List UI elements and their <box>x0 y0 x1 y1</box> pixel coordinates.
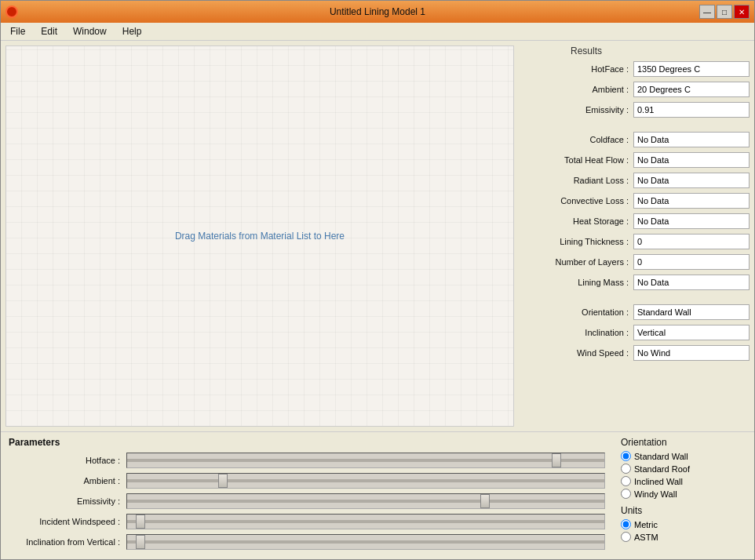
ambient-slider[interactable] <box>126 473 605 489</box>
label-hotface: HotFace : <box>523 64 633 74</box>
orientation-panel: Orientation Standard Wall Standard Roof … <box>621 437 746 555</box>
result-row-coldface: Coldface : No Data <box>523 132 750 147</box>
inclination-slider[interactable] <box>126 534 605 550</box>
window-title: Untitled Lining Model 1 <box>1 6 754 17</box>
radio-standard-roof[interactable]: Standard Roof <box>621 464 746 474</box>
value-radiant: No Data <box>633 173 750 188</box>
radio-standard-wall-input[interactable] <box>621 451 631 461</box>
emissivity-slider[interactable] <box>126 493 605 509</box>
param-label-inclination: Inclination from Vertical : <box>9 537 126 547</box>
value-totalheat: No Data <box>633 152 750 168</box>
label-ambient: Ambient : <box>523 85 633 94</box>
param-ambient: Ambient : <box>9 473 605 489</box>
param-inclination: Inclination from Vertical : <box>9 534 605 550</box>
restore-button[interactable]: □ <box>717 5 732 19</box>
windspeed-slider[interactable] <box>126 514 605 529</box>
units-section-title: Units <box>621 505 746 516</box>
value-inclination: Vertical <box>633 325 750 340</box>
radio-inclined-wall-label: Inclined Wall <box>634 477 683 486</box>
parameters-panel: Parameters Hotface : Ambient : Emissivit… <box>9 437 605 555</box>
result-row-ambient: Ambient : 20 Degrees C <box>523 82 750 97</box>
param-label-ambient: Ambient : <box>9 476 126 485</box>
emissivity-thumb[interactable] <box>480 494 490 508</box>
result-row-orientation: Orientation : Standard Wall <box>523 304 750 320</box>
radio-astm-input[interactable] <box>621 532 631 542</box>
radio-windy-wall-input[interactable] <box>621 489 631 499</box>
radio-astm-label: ASTM <box>634 533 658 542</box>
menu-bar: File Edit Window Help <box>1 23 754 41</box>
label-convective: Convective Loss : <box>523 196 633 205</box>
result-row-heatstorage: Heat Storage : No Data <box>523 213 750 229</box>
drag-text: Drag Materials from Material List to Her… <box>175 231 345 242</box>
label-liningmass: Lining Mass : <box>523 278 633 287</box>
drag-panel[interactable]: Drag Materials from Material List to Her… <box>5 45 514 427</box>
value-liningthickness: 0 <box>633 234 750 249</box>
radio-metric[interactable]: Metric <box>621 519 746 529</box>
value-emissivity: 0.91 <box>633 102 750 118</box>
title-bar: Untitled Lining Model 1 — □ ✕ <box>1 1 754 23</box>
result-row-inclination: Inclination : Vertical <box>523 325 750 340</box>
title-bar-left <box>5 5 18 18</box>
result-row-totalheat: Total Heat Flow : No Data <box>523 152 750 168</box>
result-row-emissivity: Emissivity : 0.91 <box>523 102 750 118</box>
close-button[interactable]: ✕ <box>734 5 750 19</box>
windspeed-thumb[interactable] <box>136 515 145 529</box>
radio-standard-roof-label: Standard Roof <box>634 464 690 474</box>
menu-help[interactable]: Help <box>116 24 148 38</box>
parameters-title: Parameters <box>9 437 605 448</box>
label-emissivity: Emissivity : <box>523 105 633 115</box>
label-windspeed: Wind Speed : <box>523 348 633 358</box>
radio-standard-wall[interactable]: Standard Wall <box>621 451 746 461</box>
label-orientation: Orientation : <box>523 307 633 317</box>
value-convective: No Data <box>633 193 750 209</box>
radio-inclined-wall[interactable]: Inclined Wall <box>621 476 746 486</box>
label-heatstorage: Heat Storage : <box>523 216 633 226</box>
ambient-thumb[interactable] <box>218 474 228 488</box>
value-hotface: 1350 Degrees C <box>633 61 750 77</box>
menu-file[interactable]: File <box>4 24 31 38</box>
radio-astm[interactable]: ASTM <box>621 532 746 542</box>
param-label-emissivity: Emissivity : <box>9 496 126 506</box>
label-numlayers: Number of Layers : <box>523 257 633 267</box>
inclination-thumb[interactable] <box>136 535 145 549</box>
radio-windy-wall-label: Windy Wall <box>634 489 677 499</box>
radio-standard-roof-input[interactable] <box>621 464 631 474</box>
value-coldface: No Data <box>633 132 750 147</box>
hotface-thumb[interactable] <box>552 453 561 467</box>
label-radiant: Radiant Loss : <box>523 176 633 185</box>
value-ambient: 20 Degrees C <box>633 82 750 97</box>
param-windspeed: Incident Windspeed : <box>9 514 605 529</box>
results-title: Results <box>523 45 750 56</box>
result-row-liningmass: Lining Mass : No Data <box>523 275 750 290</box>
result-row-windspeed: Wind Speed : No Wind <box>523 345 750 361</box>
result-row-convective: Convective Loss : No Data <box>523 193 750 209</box>
value-windspeed: No Wind <box>633 345 750 361</box>
hotface-slider[interactable] <box>126 453 605 468</box>
result-row-radiant: Radiant Loss : No Data <box>523 173 750 188</box>
right-panel: Results HotFace : 1350 Degrees C Ambient… <box>519 41 754 431</box>
label-inclination: Inclination : <box>523 328 633 337</box>
result-row-numlayers: Number of Layers : 0 <box>523 254 750 270</box>
result-row-liningthickness: Lining Thickness : 0 <box>523 234 750 249</box>
radio-inclined-wall-input[interactable] <box>621 476 631 486</box>
minimize-button[interactable]: — <box>699 5 715 19</box>
radio-windy-wall[interactable]: Windy Wall <box>621 489 746 499</box>
radio-standard-wall-label: Standard Wall <box>634 452 688 461</box>
orientation-section-title: Orientation <box>621 437 746 448</box>
value-heatstorage: No Data <box>633 213 750 229</box>
result-row-hotface: HotFace : 1350 Degrees C <box>523 61 750 77</box>
label-totalheat: Total Heat Flow : <box>523 155 633 165</box>
param-emissivity: Emissivity : <box>9 493 605 509</box>
param-label-windspeed: Incident Windspeed : <box>9 517 126 526</box>
param-label-hotface: Hotface : <box>9 456 126 465</box>
value-liningmass: No Data <box>633 275 750 290</box>
menu-window[interactable]: Window <box>67 24 113 38</box>
app-icon <box>5 5 18 18</box>
radio-metric-label: Metric <box>634 520 658 529</box>
main-content: Drag Materials from Material List to Her… <box>1 41 754 431</box>
radio-metric-input[interactable] <box>621 519 631 529</box>
bottom-panel: Parameters Hotface : Ambient : Emissivit… <box>1 431 754 559</box>
menu-edit[interactable]: Edit <box>35 24 64 38</box>
param-hotface: Hotface : <box>9 453 605 468</box>
label-liningthickness: Lining Thickness : <box>523 237 633 246</box>
